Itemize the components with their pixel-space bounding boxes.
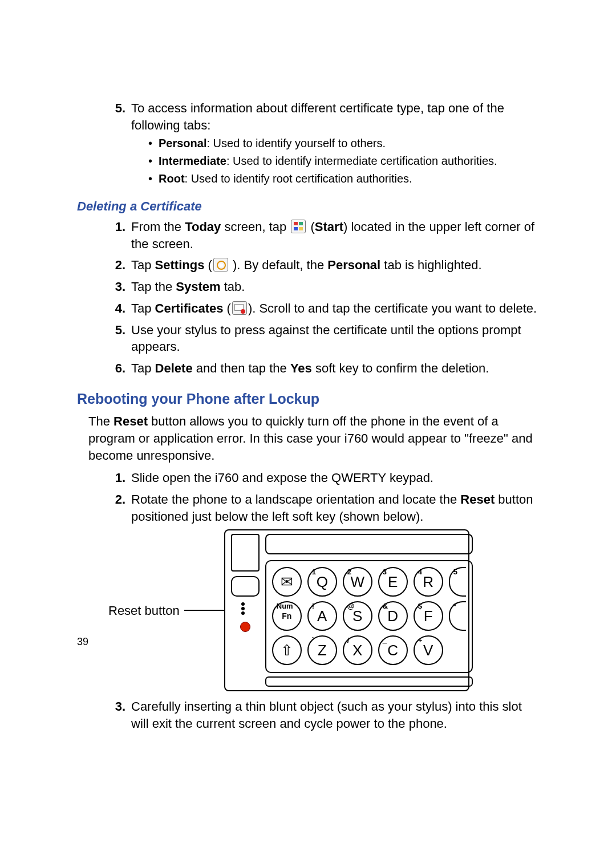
heading-deleting-certificate: Deleting a Certificate [77, 198, 539, 215]
device-right-column: ✉1Q2W3E4R5NumFn!A@S&D$F*⇧`Z/X_C+V [265, 534, 473, 687]
bullet-bold: Intermediate [159, 155, 226, 167]
step-marker: 1. [77, 469, 131, 487]
key-row: ✉1Q2W3E4R5 [272, 567, 466, 597]
key-E: 3E [378, 567, 408, 597]
bold-term: Start [315, 220, 343, 234]
speaker-dots [241, 602, 249, 615]
text: The [88, 414, 114, 428]
key-superscript: 2 [347, 567, 351, 577]
key-superscript: Num [277, 601, 293, 611]
key-⇧: ⇧ [272, 635, 302, 665]
screen-edge [231, 534, 260, 572]
page-number: 39 [77, 635, 88, 649]
reset-button-icon [240, 622, 250, 632]
key-superscript: ! [312, 601, 314, 611]
key-S: @S [343, 601, 372, 631]
device-outline: ✉1Q2W3E4R5NumFn!A@S&D$F*⇧`Z/X_C+V [224, 529, 469, 691]
device-left-column [231, 534, 260, 687]
key-superscript: @ [347, 601, 355, 611]
step-marker: 4. [77, 300, 131, 317]
step-body: Carefully inserting a thin blunt object … [131, 698, 539, 732]
key-W: 2W [343, 567, 372, 597]
step-marker: 3. [77, 278, 131, 295]
key-label: C [387, 641, 398, 660]
tab-bullet: Intermediate: Used to identify intermedi… [148, 153, 539, 169]
key-row: ⇧`Z/X_C+V [272, 635, 466, 665]
step-marker: 6. [77, 360, 131, 377]
key-Z: `Z [307, 635, 337, 665]
start-icon [291, 220, 306, 233]
key-superscript: 5 [453, 567, 457, 577]
step-body: From the Today screen, tap (Start) locat… [131, 218, 539, 252]
cert-tab-list: 5. To access information about different… [77, 100, 539, 192]
key-*: * [449, 601, 466, 631]
bold-term: System [176, 279, 220, 294]
tab-bullet: Root: Used to identify root certificatio… [148, 171, 539, 187]
text: Rotate the phone to a landscape orientat… [131, 492, 460, 506]
key-C: _C [378, 635, 408, 665]
key-row: NumFn!A@S&D$F* [272, 601, 466, 631]
key-Fn: NumFn [272, 601, 302, 631]
key-superscript: $ [418, 601, 422, 611]
cert-icon [232, 301, 247, 315]
key-5: 5 [449, 567, 466, 597]
reset-bold: Reset [460, 492, 495, 506]
key-label: V [423, 641, 433, 660]
key-A: !A [307, 601, 337, 631]
reset-diagram: Reset button ✉1Q2W3E4R5NumFn!A@S&D$F*⇧`Z… [77, 529, 539, 691]
key-R: 4R [414, 567, 443, 597]
bold-term: Delete [155, 361, 193, 375]
key-label: R [423, 572, 433, 592]
step-marker: 1. [77, 218, 131, 252]
key-label: ✉ [281, 572, 293, 592]
key-superscript: & [383, 601, 388, 611]
key-label: W [350, 572, 364, 592]
key-label: F [424, 606, 433, 626]
key-superscript: 4 [418, 567, 422, 577]
manual-page: 5. To access information about different… [0, 0, 616, 732]
reset-bold: Reset [114, 414, 148, 428]
qwerty-keypad: ✉1Q2W3E4R5NumFn!A@S&D$F*⇧`Z/X_C+V [265, 560, 473, 673]
delete-steps-list: 1.From the Today screen, tap (Start) loc… [77, 218, 539, 377]
tab-bullet: Personal: Used to identify yourself to o… [148, 136, 539, 151]
reboot-paragraph: The Reset button allows you to quickly t… [88, 413, 539, 464]
tab-bullet-list: Personal: Used to identify yourself to o… [148, 136, 539, 187]
key-superscript: 3 [383, 567, 387, 577]
key-label: D [387, 606, 398, 626]
key-V: +V [414, 635, 443, 665]
key-superscript: + [418, 635, 423, 646]
step-marker: 2. [77, 491, 131, 525]
bold-term: Today [185, 220, 221, 234]
step-marker: 2. [77, 257, 131, 274]
key-label: Z [318, 641, 327, 660]
bold-term: Certificates [155, 301, 224, 315]
bold-term: Settings [155, 258, 205, 272]
reset-button-label: Reset button [77, 602, 180, 619]
step-marker: 3. [77, 698, 131, 732]
bullet-bold: Personal [159, 137, 206, 149]
bullet-bold: Root [159, 172, 185, 185]
bold-term: Yes [290, 361, 312, 375]
key-Q: 1Q [307, 567, 337, 597]
key-label: A [317, 606, 327, 626]
key-label: Q [317, 572, 328, 592]
key-D: &D [378, 601, 408, 631]
step-text: To access information about different ce… [131, 101, 504, 132]
key-superscript: * [453, 601, 456, 611]
key-label: E [388, 572, 398, 592]
reboot-steps-list-2: 3. Carefully inserting a thin blunt obje… [77, 698, 539, 732]
key-label: X [352, 641, 362, 660]
pointer-line [184, 610, 224, 611]
step-body: Tap Delete and then tap the Yes soft key… [131, 360, 539, 377]
hinge-bar [265, 534, 473, 554]
reboot-steps-list: 1. Slide open the i760 and expose the QW… [77, 469, 539, 525]
step-marker: 5. [77, 322, 131, 355]
key-superscript: _ [383, 635, 387, 646]
step-body: Tap Settings ( ). By default, the Person… [131, 257, 539, 274]
step-body: Rotate the phone to a landscape orientat… [131, 491, 539, 525]
step-marker: 5. [77, 100, 131, 192]
key-X: /X [343, 635, 372, 665]
text: button allows you to quickly turn off th… [88, 414, 533, 462]
bold-term: Personal [327, 258, 380, 272]
settings-icon [213, 258, 228, 271]
